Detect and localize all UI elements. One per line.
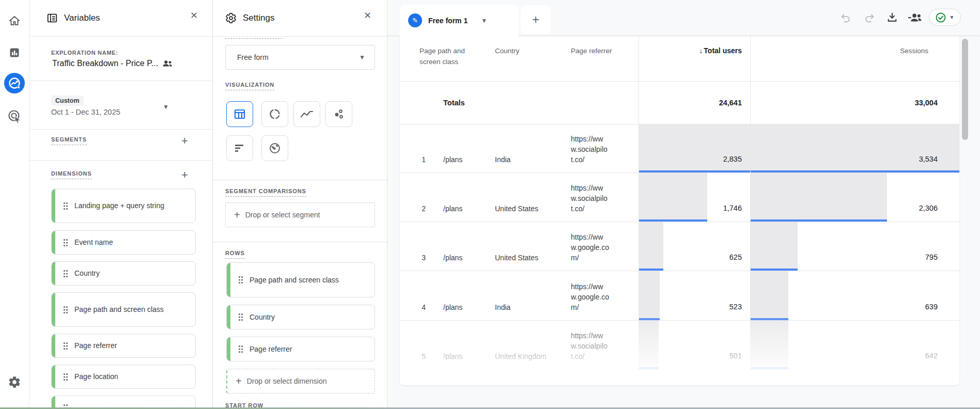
cell-page-referrer[interactable]: https://www.socialpilot.co/ [564, 321, 639, 369]
cell-sessions[interactable]: 2,306 [750, 173, 959, 222]
date-range-value[interactable]: Oct 1 - Dec 31, 2025 [51, 108, 120, 116]
download-button[interactable] [884, 10, 900, 25]
dimension-dropzone[interactable]: + Drop or select dimension [226, 369, 375, 394]
cell-total-users[interactable]: 2,835 [639, 124, 750, 172]
totals-total-users: 24,641 [639, 99, 750, 107]
chip-green-edge [52, 262, 55, 285]
settings-close-icon[interactable]: ✕ [364, 11, 371, 20]
add-tab-button[interactable]: + [521, 5, 551, 34]
drag-handle-icon[interactable] [238, 313, 243, 321]
cell-country[interactable]: United Kingdom [488, 321, 564, 369]
row-dimension-chip[interactable]: Country [226, 305, 375, 329]
nav-explore-button[interactable] [4, 73, 25, 93]
drag-handle-icon[interactable] [238, 345, 243, 353]
cell-page-referrer[interactable]: https://www.google.com/ [564, 222, 639, 271]
viz-table-button[interactable] [226, 101, 253, 127]
drag-handle-icon[interactable] [63, 270, 68, 278]
row-number: 5 [400, 321, 436, 369]
redo-button[interactable] [862, 10, 877, 25]
home-icon [8, 14, 21, 27]
cell-page-path[interactable]: /plans [436, 124, 488, 172]
users-bar [639, 124, 750, 172]
drag-handle-icon[interactable] [63, 306, 68, 314]
nav-advertising-button[interactable] [4, 106, 25, 127]
cell-page-path[interactable]: /plans [436, 271, 488, 320]
dimension-chip[interactable]: Landing page + query string [51, 188, 196, 223]
viz-geo-button[interactable] [261, 135, 288, 161]
cell-country[interactable]: United States [488, 173, 564, 222]
header-total-users[interactable]: ↓ Total users [639, 36, 750, 81]
table-row[interactable]: 1 /plans India https://www.socialpilot.c… [400, 124, 959, 173]
tab-caret-icon[interactable]: ▼ [481, 17, 487, 24]
row-dimension-chip[interactable]: Page referrer [226, 337, 375, 361]
dimension-chip[interactable]: Event name [51, 230, 196, 255]
header-page-path[interactable]: Page path and screen class [400, 36, 488, 81]
table-header-row: Page path and screen class Country Page … [400, 36, 959, 82]
header-page-referrer[interactable]: Page referrer [564, 36, 639, 81]
drag-handle-icon[interactable] [238, 276, 243, 284]
viz-line-button[interactable] [293, 101, 320, 127]
dimensions-add-button[interactable]: + [181, 169, 188, 181]
dimension-chip[interactable]: Page referrer [51, 334, 196, 358]
segments-label: SEGMENTS [51, 136, 87, 145]
dimension-chip[interactable]: Country [51, 261, 196, 286]
date-range-caret-icon[interactable]: ▼ [163, 103, 169, 111]
variables-header: Variables ✕ [29, 0, 212, 36]
viz-scatter-button[interactable] [325, 101, 352, 127]
table-row[interactable]: 2 /plans United States https://www.socia… [400, 173, 959, 222]
cell-page-path[interactable]: /plans [436, 222, 488, 271]
nav-reports-button[interactable] [4, 42, 25, 63]
cell-total-users[interactable]: 523 [639, 271, 750, 320]
drag-handle-icon[interactable] [63, 373, 68, 381]
cell-country[interactable]: India [488, 271, 564, 320]
technique-label-underline [225, 38, 282, 39]
nav-home-button[interactable] [4, 10, 25, 31]
cell-page-referrer[interactable]: https://www.socialpilot.co/ [564, 124, 639, 172]
viz-donut-button[interactable] [261, 101, 288, 127]
share-users-button[interactable] [907, 10, 923, 25]
header-sessions[interactable]: Sessions [750, 36, 959, 81]
settings-panel: Settings ✕ Free form ▼ VISUALIZATION [213, 0, 387, 409]
nav-admin-button[interactable] [4, 372, 25, 392]
dimension-chip-label: Page referrer [74, 341, 117, 351]
totals-row: Totals 24,641 33,004 [400, 82, 959, 124]
table-row[interactable]: 3 /plans United States https://www.googl… [400, 222, 959, 271]
cell-sessions[interactable]: 795 [750, 222, 959, 271]
drag-handle-icon[interactable] [63, 342, 68, 350]
row-dimension-chip[interactable]: Page path and screen class [226, 262, 375, 297]
users-bar [639, 173, 707, 222]
technique-select[interactable]: Free form ▼ [225, 45, 375, 70]
cell-total-users[interactable]: 1,746 [639, 173, 750, 222]
validation-status-button[interactable]: ▼ [929, 9, 961, 26]
header-country[interactable]: Country [488, 36, 564, 81]
cell-country[interactable]: United States [488, 222, 564, 271]
rows-label: ROWS [225, 250, 245, 259]
cell-sessions[interactable]: 642 [750, 321, 959, 369]
vertical-scrollbar-thumb[interactable] [962, 39, 968, 140]
dimension-chip[interactable]: Page path and screen class [51, 292, 196, 327]
segment-dropzone[interactable]: + Drop or select segment [225, 202, 375, 227]
cell-sessions[interactable]: 3,534 [750, 124, 959, 172]
cell-sessions[interactable]: 639 [750, 271, 959, 320]
drag-handle-icon[interactable] [63, 202, 68, 210]
bar-chart-horizontal-icon [234, 143, 245, 153]
exploration-name-value[interactable]: Traffic Breakdown - Price P... [52, 59, 158, 68]
cell-country[interactable]: India [488, 124, 564, 172]
segments-add-button[interactable]: + [181, 135, 188, 147]
dimension-chip[interactable]: Page location [51, 365, 196, 389]
tab-free-form-1[interactable]: ✎ Free form 1 ▼ [400, 5, 519, 36]
cell-page-path[interactable]: /plans [436, 321, 488, 369]
sessions-bar [751, 321, 788, 369]
cell-page-referrer[interactable]: https://www.socialpilot.co/ [564, 173, 639, 222]
cell-page-path[interactable]: /plans [436, 173, 488, 222]
cell-total-users[interactable]: 501 [639, 321, 750, 369]
chip-green-edge [52, 231, 55, 254]
drag-handle-icon[interactable] [63, 239, 68, 247]
undo-button[interactable] [838, 10, 853, 25]
variables-close-icon[interactable]: ✕ [190, 11, 198, 20]
table-row[interactable]: 4 /plans India https://www.google.com/ 5… [400, 271, 959, 321]
viz-bar-button[interactable] [226, 135, 253, 161]
cell-total-users[interactable]: 625 [639, 222, 750, 271]
cell-page-referrer[interactable]: https://www.google.com/ [564, 271, 639, 320]
table-row[interactable]: 5 /plans United Kingdom https://www.soci… [400, 321, 959, 370]
